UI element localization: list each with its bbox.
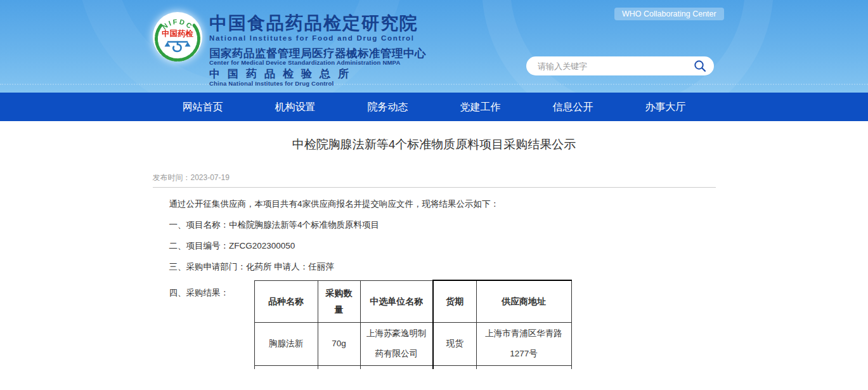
site-header: NIFDC 中国药检 中国食品药品检定研究院 National Institut… (0, 0, 868, 93)
search-button[interactable] (690, 56, 710, 75)
who-collaborating-center-badge[interactable]: WHO Collaborating Center (614, 8, 724, 20)
title-divider (153, 187, 716, 188)
table-row: 胸腺法新 70g 上海苏豪逸明制 药有限公司 现货 上海市青浦区华青路 1277… (254, 322, 571, 365)
nav-item-home[interactable]: 网站首页 (157, 93, 249, 121)
article-paragraph-project-name: 一、项目名称：中检院胸腺法新等4个标准物质原料项目 (169, 220, 716, 230)
org-tertiary-name-en: China National Institutes for Drug Contr… (209, 81, 426, 87)
table-header-address: 供应商地址 (476, 280, 571, 322)
nav-item-service-hall[interactable]: 办事大厅 (619, 93, 712, 121)
page-title: 中检院胸腺法新等4个标准物质原料项目采购结果公示 (153, 136, 716, 153)
org-primary-name-en: National Institutes for Food and Drug Co… (209, 34, 426, 42)
table-cell-winner: 上海苏豪逸明制 药有限公司 (360, 322, 433, 365)
article-paragraph: 通过公开征集供应商，本项目共有4家供应商报名并提交响应文件，现将结果公示如下： (169, 199, 716, 209)
procurement-result-table: 品种名称 采购数 量 中选单位名称 货期 供应商地址 胸腺法新 70g 上海苏豪… (254, 280, 572, 369)
table-header-row: 品种名称 采购数 量 中选单位名称 货期 供应商地址 (254, 280, 571, 322)
nifdc-logo-graphic: NIFDC 中国药检 (151, 9, 204, 65)
nav-item-party-work[interactable]: 党建工作 (434, 93, 527, 121)
org-secondary-name-en: Center for Medical Device Standardizatio… (209, 60, 426, 66)
table-header-winner: 中选单位名称 (360, 280, 433, 322)
publish-date: 发布时间：2023-07-19 (153, 172, 716, 183)
header-dashed-line (0, 84, 868, 85)
nav-item-news[interactable]: 院务动态 (342, 93, 434, 121)
table-header-variety: 品种名称 (254, 280, 318, 322)
table-cell-quantity: 70g (318, 322, 360, 365)
table-row-clipped (254, 365, 571, 369)
table-cell-delivery: 现货 (433, 322, 476, 365)
main-navigation: 网站首页 机构设置 院务动态 党建工作 信息公开 办事大厅 (0, 93, 868, 121)
search-box (526, 56, 714, 75)
brand-block: 中国食品药品检定研究院 National Institutes for Food… (209, 13, 426, 87)
logo-inner-text: 中国药检 (162, 29, 194, 38)
org-primary-name-cn: 中国食品药品检定研究院 (209, 13, 426, 34)
result-label: 四、采购结果： (169, 280, 254, 299)
procurement-result-section: 四、采购结果： 品种名称 采购数 量 中选单位名称 货期 供应商地址 胸腺法新 … (153, 280, 716, 369)
table-cell-address: 上海市青浦区华青路 1277号 (476, 322, 571, 365)
article-paragraph-department: 三、采购申请部门：化药所 申请人：任丽萍 (169, 262, 716, 271)
nifdc-logo[interactable]: NIFDC 中国药检 (151, 9, 204, 65)
nav-item-organization[interactable]: 机构设置 (249, 93, 342, 121)
article-content: 中检院胸腺法新等4个标准物质原料项目采购结果公示 发布时间：2023-07-19… (153, 136, 716, 369)
nav-item-information[interactable]: 信息公开 (527, 93, 619, 121)
table-cell-variety: 胸腺法新 (254, 322, 318, 365)
org-secondary-name-cn: 国家药品监督管理局医疗器械标准管理中心 (209, 47, 426, 60)
table-header-delivery: 货期 (433, 280, 476, 322)
table-header-quantity: 采购数 量 (318, 280, 360, 322)
org-tertiary-name-cn: 中国药品检验总所 (209, 67, 426, 81)
search-icon (694, 60, 706, 72)
article-paragraph-project-number: 二、项目编号：ZFCG202300050 (169, 241, 716, 250)
search-input[interactable] (526, 62, 690, 71)
